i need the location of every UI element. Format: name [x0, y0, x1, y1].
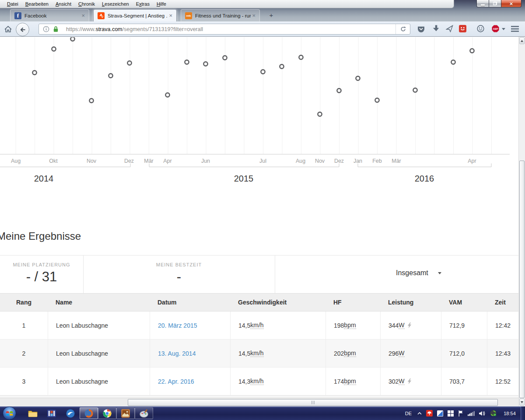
url-text[interactable]: https://www.strava.com/segments/7131319?… [66, 26, 396, 32]
windows-explorer-icon [28, 409, 38, 418]
download-icon[interactable] [433, 25, 440, 32]
menu-datei[interactable]: Datei [4, 1, 22, 7]
taskbar-firefox-button[interactable] [80, 407, 98, 419]
chart-point[interactable] [261, 70, 265, 74]
close-button[interactable]: × [501, 0, 522, 7]
menu-bearbeiten[interactable]: Bearbeiten [22, 1, 52, 7]
chart-point[interactable] [89, 98, 93, 102]
month-tick-label: Feb [372, 158, 382, 164]
chart-point[interactable] [413, 88, 417, 92]
month-tick-label: Dez [334, 158, 344, 164]
page-info-icon[interactable] [43, 26, 49, 32]
tab-close-icon[interactable]: × [251, 13, 257, 19]
cell-speed: 14,3km/h [230, 368, 326, 395]
tab-strava[interactable]: Strava-Segment | Anstieg ...× [93, 9, 177, 21]
scroll-up-button[interactable] [519, 37, 525, 44]
chevron-down-icon [438, 272, 441, 274]
chart-point[interactable] [470, 49, 474, 52]
taskbar-windows-explorer-button[interactable] [23, 406, 42, 420]
taskbar-media-player-button[interactable] [42, 406, 61, 420]
send-tab-icon[interactable] [446, 25, 453, 32]
adblock-dropdown-caret-icon[interactable] [502, 28, 505, 30]
chart-point[interactable] [375, 98, 379, 102]
url-bar[interactable]: https://www.strava.com/segments/7131319?… [38, 24, 410, 35]
menu-ansicht[interactable]: Ansicht [52, 1, 75, 7]
filter-dropdown[interactable]: Insgesamt [396, 269, 441, 277]
header-vam: VAM [441, 299, 487, 306]
taskbar-chrome-button[interactable] [98, 407, 116, 419]
horizontal-scrollbar[interactable] [0, 398, 518, 406]
tab-close-icon[interactable]: × [168, 13, 174, 19]
taskbar-paint-button[interactable] [135, 407, 153, 419]
volume-icon[interactable] [479, 411, 486, 416]
restore-button[interactable] [489, 0, 501, 7]
taskbar-clock[interactable]: 18:54 [500, 411, 519, 416]
start-button[interactable] [3, 406, 16, 420]
hidden-icons-arrow-icon[interactable] [417, 412, 422, 415]
home-icon[interactable] [4, 25, 12, 33]
show-desktop-button[interactable] [521, 406, 525, 420]
lock-icon[interactable] [53, 26, 59, 32]
pocket-icon[interactable] [417, 25, 425, 33]
chart-point[interactable] [337, 88, 341, 92]
chat-smiley-icon[interactable] [477, 25, 484, 32]
back-button[interactable] [16, 23, 29, 36]
language-indicator[interactable]: DE [405, 411, 412, 416]
menu-chronik[interactable]: Chronik [75, 1, 98, 7]
facebook-favicon-icon: f [14, 12, 21, 19]
adblock-plus-icon[interactable]: ABP [492, 25, 499, 32]
power-meter-bolt-icon [407, 378, 412, 384]
effort-date-link[interactable]: 22. Apr. 2016 [158, 378, 194, 385]
horizontal-scrollbar-thumb[interactable] [128, 399, 498, 406]
effort-date-link[interactable]: 20. März 2015 [158, 322, 197, 329]
chart-point[interactable] [280, 64, 284, 68]
month-tick-label: Apr [468, 158, 476, 164]
chart-point[interactable] [223, 56, 227, 60]
chart-point[interactable] [165, 93, 169, 97]
divider [275, 256, 275, 293]
action-center-flag-icon[interactable] [458, 410, 463, 416]
tray-icons [415, 410, 499, 416]
cell-rank: 2 [0, 340, 48, 367]
chart-point[interactable] [32, 70, 36, 74]
menu-hilfe[interactable]: Hilfe [153, 1, 170, 7]
taskbar-messenger-app-button[interactable] [61, 406, 80, 420]
scroll-down-button[interactable] [519, 399, 525, 406]
chart-point[interactable] [451, 60, 455, 64]
chart-point[interactable] [52, 47, 56, 51]
tab-close-icon[interactable]: × [80, 13, 86, 19]
chart-point[interactable] [108, 74, 112, 77]
messenger-app-icon [66, 409, 75, 418]
onedrive-icon[interactable] [437, 410, 443, 416]
menu-lesezeichen[interactable]: Lesezeichen [98, 1, 133, 7]
windows-flag-icon[interactable] [448, 410, 454, 416]
hamburger-menu-icon[interactable] [511, 26, 519, 32]
chart-point[interactable] [203, 62, 207, 66]
tab-facebook[interactable]: fFacebook× [10, 9, 89, 21]
svg-text:ABP: ABP [493, 28, 498, 30]
chart-point[interactable] [185, 60, 189, 64]
firefox-icon [84, 409, 94, 418]
network-signal-icon[interactable] [468, 411, 475, 416]
smiley-addon-icon[interactable] [459, 25, 466, 32]
year-label: 2014 [34, 174, 54, 183]
minimize-icon [481, 4, 485, 6]
taskbar-photo-viewer-button[interactable] [116, 407, 135, 419]
chart-point[interactable] [356, 76, 360, 80]
chart-point[interactable] [299, 55, 303, 59]
chart-point[interactable] [318, 112, 322, 116]
month-tick-label: Aug [11, 158, 21, 164]
vertical-scrollbar[interactable] [518, 37, 525, 406]
menu-extras[interactable]: Extras [133, 1, 153, 7]
reload-button[interactable] [396, 24, 410, 34]
avira-antivirus-icon[interactable] [426, 410, 433, 416]
vertical-scrollbar-thumb[interactable] [519, 161, 525, 398]
tab-mtbnews[interactable]: mtbFitness und Training - rund...× [181, 9, 260, 21]
minimize-button[interactable] [476, 0, 489, 7]
back-arrow-icon [19, 26, 26, 33]
chart-point[interactable] [70, 37, 74, 41]
windows-update-icon[interactable] [490, 410, 497, 416]
effort-date-link[interactable]: 13. Aug. 2014 [158, 350, 196, 357]
chart-point[interactable] [127, 61, 131, 65]
new-tab-button[interactable]: + [266, 11, 277, 20]
